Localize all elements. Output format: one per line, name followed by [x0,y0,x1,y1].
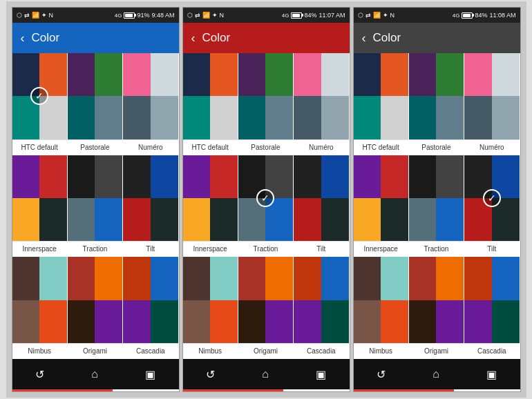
theme-label: Pastorale [409,139,464,155]
swatch-0 [409,53,437,96]
time: 11:08 AM [489,12,515,19]
color-header: ‹Color [354,23,520,53]
swatch-0 [123,257,151,300]
color-swatches: ✓ [464,155,519,242]
swatch-3 [436,96,464,139]
theme-label: Cascadia [123,343,178,358]
color-cell-tilt[interactable]: ✓Tilt [464,155,520,257]
theme-label: Pastorale [68,139,122,155]
swatch-3 [381,198,408,241]
swatch-2 [123,96,151,139]
color-swatches [294,155,348,242]
swatch-3 [95,96,122,139]
swatch-1 [95,257,122,300]
color-swatches [12,155,67,242]
color-cell-origami[interactable]: Origami [68,257,123,359]
color-cell-traction[interactable]: Traction [409,155,464,257]
navigation-bar: ↺⌂▣ [183,359,350,389]
back-nav-button[interactable]: ↺ [377,368,386,381]
swatch-3 [321,96,349,139]
color-cell-nimbus[interactable]: Nimbus [12,257,68,359]
color-cell-numéro[interactable]: Numéro [464,53,520,155]
swatch-0 [354,53,381,96]
selected-checkmark: ✓ [483,189,501,207]
color-cell-cascadia[interactable]: Cascadia [123,257,178,359]
color-cell-htc-default[interactable]: HTC default [354,53,409,155]
swatch-0 [183,257,211,300]
theme-label: Innerspace [12,241,67,256]
color-cell-numéro[interactable]: Numéro [123,53,178,155]
swatch-1 [381,257,408,300]
color-cell-nimbus[interactable]: Nimbus [183,257,238,359]
theme-label: Pastorale [238,139,293,155]
color-cell-innerspace[interactable]: Innerspace [354,155,409,257]
home-nav-button[interactable]: ⌂ [262,368,269,380]
notification-icon: ⬡ [358,12,363,19]
theme-label: Nimbus [12,343,67,358]
home-nav-button[interactable]: ⌂ [433,368,439,380]
recent-apps-button[interactable]: ▣ [145,368,155,381]
color-cell-htc-default[interactable]: ✓HTC default [12,53,68,155]
color-cell-nimbus[interactable]: Nimbus [354,257,409,359]
swatch-3 [265,96,293,139]
back-button[interactable]: ‹ [191,31,196,46]
swatch-1 [151,155,178,198]
color-cell-numéro[interactable]: Numéro [294,53,349,155]
color-cell-htc-default[interactable]: HTC default [183,53,238,155]
theme-label: Innerspace [183,241,238,256]
signal-icon: 4G [453,12,460,19]
swatch-2 [12,300,40,343]
recent-apps-button[interactable]: ▣ [316,368,326,381]
color-swatches [464,257,519,343]
color-cell-innerspace[interactable]: Innerspace [183,155,238,257]
swatch-0 [123,155,151,198]
color-cell-pastorale[interactable]: Pastorale [68,53,123,155]
back-button[interactable]: ‹ [362,31,366,46]
header-title: Color [373,31,401,45]
swatch-0 [294,257,321,300]
selected-checkmark: ✓ [30,87,48,105]
swatch-3 [95,198,122,241]
red-accent-bar [12,389,179,391]
wifi-icon: 📶 [32,12,39,19]
color-swatches [238,257,293,343]
home-nav-button[interactable]: ⌂ [91,368,98,380]
color-cell-tilt[interactable]: Tilt [123,155,178,257]
color-cell-traction[interactable]: Traction [68,155,123,257]
color-cell-pastorale[interactable]: Pastorale [238,53,294,155]
battery-icon [462,12,473,19]
color-swatches [409,155,464,242]
color-cell-traction[interactable]: ✓Traction [238,155,294,257]
red-accent-bar [354,389,520,391]
swatch-2 [294,198,321,241]
color-cell-cascadia[interactable]: Cascadia [464,257,520,359]
swatch-2 [409,96,437,139]
swatch-2 [68,198,95,241]
color-cell-origami[interactable]: Origami [238,257,294,359]
color-cell-cascadia[interactable]: Cascadia [294,257,349,359]
swatch-0 [354,155,381,198]
swatch-0 [294,53,321,96]
color-swatches [123,155,178,242]
swatch-1 [321,53,349,96]
theme-label: Traction [68,241,122,256]
status-bar: ⬡ ⇄ 📶 ✦ N 4G 91% 9:48 AM [12,8,179,23]
color-cell-pastorale[interactable]: Pastorale [409,53,464,155]
swatch-0 [183,53,211,96]
back-nav-button[interactable]: ↺ [35,368,44,381]
battery-percent: 84% [304,12,316,19]
theme-label: Origami [238,343,293,358]
swatch-1 [151,53,178,96]
color-swatches [123,53,178,139]
recent-apps-button[interactable]: ▣ [486,368,497,381]
color-cell-origami[interactable]: Origami [409,257,464,359]
color-cell-tilt[interactable]: Tilt [294,155,349,257]
back-nav-button[interactable]: ↺ [206,368,215,381]
swatch-2 [12,198,40,241]
color-cell-innerspace[interactable]: Innerspace [12,155,68,257]
status-left-icons: ⬡ ⇄ 📶 ✦ N [187,12,225,19]
color-swatches [68,155,122,242]
notification-icon: ⬡ [187,12,193,19]
swatch-2 [123,300,151,343]
back-button[interactable]: ‹ [21,31,25,46]
